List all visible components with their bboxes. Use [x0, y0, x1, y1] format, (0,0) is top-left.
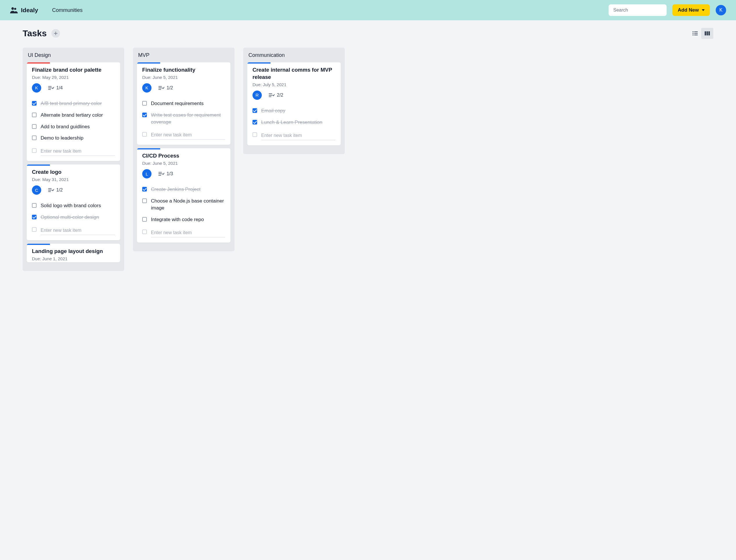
svg-rect-3	[694, 31, 698, 32]
card-due: Due: June 5, 2021	[142, 75, 225, 80]
new-subtask-checkbox	[32, 227, 37, 232]
progress-indicator: 1/3	[158, 171, 173, 176]
subtask-list: Document requirementsWrite test cases fo…	[142, 98, 225, 128]
card-title: Finalize brand color palette	[32, 66, 115, 74]
assignee-avatar[interactable]: K	[142, 83, 151, 93]
subtask-row: Demo to leadership	[32, 132, 115, 144]
subtask-checkbox[interactable]	[32, 101, 37, 106]
card-due: Due: May 29, 2021	[32, 75, 115, 80]
new-subtask-row: Enter new task item	[142, 227, 225, 237]
logo[interactable]: Idealy	[10, 7, 38, 14]
svg-rect-4	[692, 33, 694, 34]
subtask-checkbox[interactable]	[142, 113, 147, 117]
progress-count: 1/2	[56, 187, 63, 193]
task-card[interactable]: Create internal comms for MVP releaseDue…	[247, 62, 341, 145]
subtask-row: Create Jenkins Project	[142, 184, 225, 195]
checklist-icon	[269, 93, 275, 98]
task-card[interactable]: CI/CD ProcessDue: June 5, 2021L 1/3Creat…	[137, 148, 230, 242]
nav-communities[interactable]: Communities	[52, 7, 83, 13]
subtask-label: Add to brand guidlines	[41, 123, 90, 130]
svg-point-0	[11, 7, 14, 10]
assignee-avatar[interactable]: L	[142, 169, 151, 178]
new-subtask-checkbox	[32, 148, 37, 153]
card-meta: R 2/2	[252, 91, 335, 100]
subtask-list: Create Jenkins ProjectChoose a Node.js b…	[142, 184, 225, 225]
add-new-button[interactable]: Add New	[672, 4, 710, 16]
user-avatar[interactable]: K	[716, 5, 726, 15]
subtask-checkbox[interactable]	[32, 136, 37, 140]
new-subtask-input[interactable]: Enter new task item	[261, 131, 335, 140]
assignee-avatar[interactable]: C	[32, 185, 41, 195]
checklist-icon	[158, 85, 164, 91]
card-due: Due: June 1, 2021	[32, 256, 115, 261]
add-task-button[interactable]	[51, 29, 60, 38]
board-view-button[interactable]	[701, 28, 713, 39]
task-card[interactable]: Finalize brand color paletteDue: May 29,…	[27, 62, 120, 161]
assignee-avatar[interactable]: K	[32, 83, 41, 93]
plus-icon	[54, 31, 58, 35]
card-body: Create logoDue: May 31, 2021C 1/2Solid l…	[27, 166, 120, 240]
board-column: CommunicationCreate internal comms for M…	[243, 48, 345, 154]
subtask-checkbox[interactable]	[142, 217, 147, 222]
columns-icon	[704, 30, 710, 36]
card-meta: C 1/2	[32, 185, 115, 195]
add-new-label: Add New	[678, 7, 699, 13]
subtask-row: Email copy	[252, 105, 335, 117]
checklist-icon	[158, 171, 164, 176]
subtask-checkbox[interactable]	[252, 108, 257, 113]
card-body: Finalize brand color paletteDue: May 29,…	[27, 64, 120, 161]
search-input[interactable]	[609, 4, 667, 16]
subtask-checkbox[interactable]	[142, 101, 147, 106]
subtask-checkbox[interactable]	[142, 198, 147, 203]
task-card[interactable]: Create logoDue: May 31, 2021C 1/2Solid l…	[27, 165, 120, 240]
subtask-label: Create Jenkins Project	[151, 186, 201, 193]
progress-indicator: 1/2	[158, 85, 173, 91]
subtask-row: Optional multi-color design	[32, 212, 115, 223]
subtask-label: Solid logo with brand colors	[41, 202, 101, 209]
subtask-row: Solid logo with brand colors	[32, 200, 115, 212]
task-card[interactable]: Landing page layout designDue: June 1, 2…	[27, 244, 120, 262]
card-body: CI/CD ProcessDue: June 5, 2021L 1/3Creat…	[137, 149, 230, 242]
task-card[interactable]: Finalize functionalityDue: June 5, 2021K…	[137, 62, 230, 145]
subtask-label: Email copy	[261, 107, 285, 114]
page-title: Tasks	[23, 28, 47, 38]
subtask-list: Email copyLunch & Learn Presentation	[252, 105, 335, 128]
list-view-button[interactable]	[689, 28, 701, 39]
subtask-checkbox[interactable]	[252, 120, 257, 124]
new-subtask-checkbox	[142, 230, 147, 234]
new-subtask-input[interactable]: Enter new task item	[41, 226, 115, 235]
subtask-checkbox[interactable]	[32, 124, 37, 129]
new-subtask-input[interactable]: Enter new task item	[41, 147, 115, 156]
checklist-icon	[48, 85, 54, 91]
subtask-list: Solid logo with brand colorsOptional mul…	[32, 200, 115, 223]
subtask-row: Add to brand guidlines	[32, 121, 115, 133]
svg-rect-10	[708, 31, 710, 35]
svg-rect-8	[705, 31, 706, 35]
subtask-row: A/B test brand primary color	[32, 98, 115, 109]
column-title: UI Design	[27, 48, 120, 62]
subtask-label: Write test cases for requirement coverag…	[151, 112, 225, 126]
column-title: Communication	[247, 48, 341, 62]
subtask-label: Integrate with code repo	[151, 216, 204, 223]
assignee-avatar[interactable]: R	[252, 91, 262, 100]
new-subtask-input[interactable]: Enter new task item	[151, 228, 225, 237]
subtask-label: Lunch & Learn Presentation	[261, 119, 322, 126]
new-subtask-row: Enter new task item	[142, 129, 225, 140]
new-subtask-input[interactable]: Enter new task item	[151, 131, 225, 140]
progress-count: 1/2	[167, 85, 173, 91]
subtask-checkbox[interactable]	[32, 215, 37, 219]
svg-rect-5	[694, 33, 698, 34]
card-meta: L 1/3	[142, 169, 225, 178]
card-body: Create internal comms for MVP releaseDue…	[247, 64, 341, 145]
column-title: MVP	[137, 48, 230, 62]
subtask-checkbox[interactable]	[142, 187, 147, 192]
page: Tasks	[0, 20, 736, 283]
subtask-checkbox[interactable]	[32, 203, 37, 208]
card-title: CI/CD Process	[142, 152, 225, 160]
subtask-row: Choose a Node.js base container image	[142, 195, 225, 214]
checklist-icon	[48, 187, 54, 193]
card-body: Landing page layout designDue: June 1, 2…	[27, 245, 120, 262]
card-meta: K 1/2	[142, 83, 225, 93]
new-subtask-row: Enter new task item	[32, 224, 115, 235]
subtask-checkbox[interactable]	[32, 113, 37, 117]
